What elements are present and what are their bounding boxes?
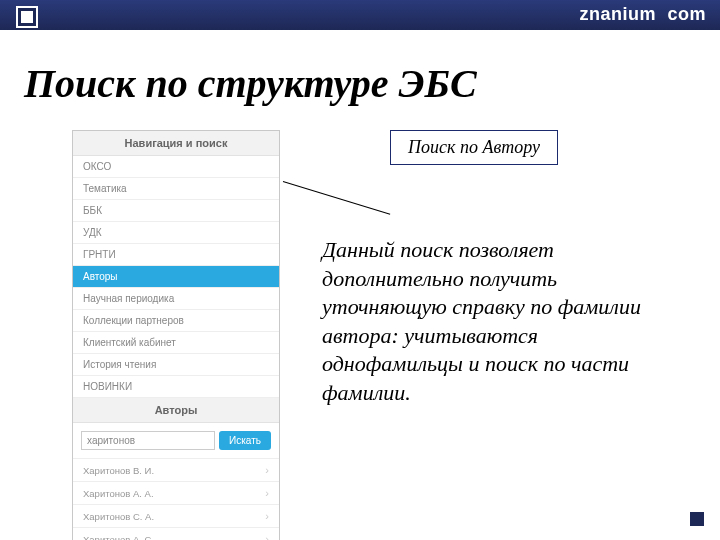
author-name: Харитонов В. И. — [83, 465, 154, 476]
author-search-input[interactable] — [81, 431, 215, 450]
callout-connector-line — [283, 181, 390, 215]
logo-separator — [656, 4, 668, 24]
nav-item[interactable]: НОВИНКИ — [73, 376, 279, 398]
chevron-right-icon: › — [265, 487, 269, 499]
author-result-item[interactable]: Харитонов А. С.› — [73, 528, 279, 540]
callout-label: Поиск по Автору — [408, 137, 540, 157]
page-title: Поиск по структуре ЭБС — [24, 60, 477, 107]
corner-decorative-icon — [690, 512, 704, 526]
sidebar-panel: Навигация и поиск ОКСОТематикаББКУДКГРНТ… — [72, 130, 280, 540]
nav-item[interactable]: ОКСО — [73, 156, 279, 178]
nav-item[interactable]: УДК — [73, 222, 279, 244]
nav-list: ОКСОТематикаББКУДКГРНТИАвторыНаучная пер… — [73, 156, 279, 398]
callout-box: Поиск по Автору — [390, 130, 558, 165]
author-results-list: Харитонов В. И.›Харитонов А. А.›Харитоно… — [73, 459, 279, 540]
authors-header: Авторы — [73, 398, 279, 423]
chevron-right-icon: › — [265, 533, 269, 540]
nav-item[interactable]: Научная периодика — [73, 288, 279, 310]
nav-item[interactable]: История чтения — [73, 354, 279, 376]
description-text: Данный поиск позволяет дополнительно пол… — [322, 236, 672, 408]
nav-item[interactable]: Клиентский кабинет — [73, 332, 279, 354]
site-logo: znanium com — [579, 4, 706, 25]
decorative-square-icon — [18, 8, 36, 26]
nav-item[interactable]: ГРНТИ — [73, 244, 279, 266]
author-name: Харитонов С. А. — [83, 511, 154, 522]
author-result-item[interactable]: Харитонов А. А.› — [73, 482, 279, 505]
author-search-row: Искать — [73, 423, 279, 459]
author-result-item[interactable]: Харитонов С. А.› — [73, 505, 279, 528]
nav-header: Навигация и поиск — [73, 131, 279, 156]
author-name: Харитонов А. А. — [83, 488, 154, 499]
chevron-right-icon: › — [265, 510, 269, 522]
nav-item[interactable]: Тематика — [73, 178, 279, 200]
nav-item[interactable]: ББК — [73, 200, 279, 222]
nav-item[interactable]: Авторы — [73, 266, 279, 288]
chevron-right-icon: › — [265, 464, 269, 476]
nav-item[interactable]: Коллекции партнеров — [73, 310, 279, 332]
logo-text-1: znanium — [579, 4, 656, 24]
header-bar: znanium com — [0, 0, 720, 30]
logo-text-2: com — [667, 4, 706, 24]
author-name: Харитонов А. С. — [83, 534, 154, 541]
search-button[interactable]: Искать — [219, 431, 271, 450]
author-result-item[interactable]: Харитонов В. И.› — [73, 459, 279, 482]
